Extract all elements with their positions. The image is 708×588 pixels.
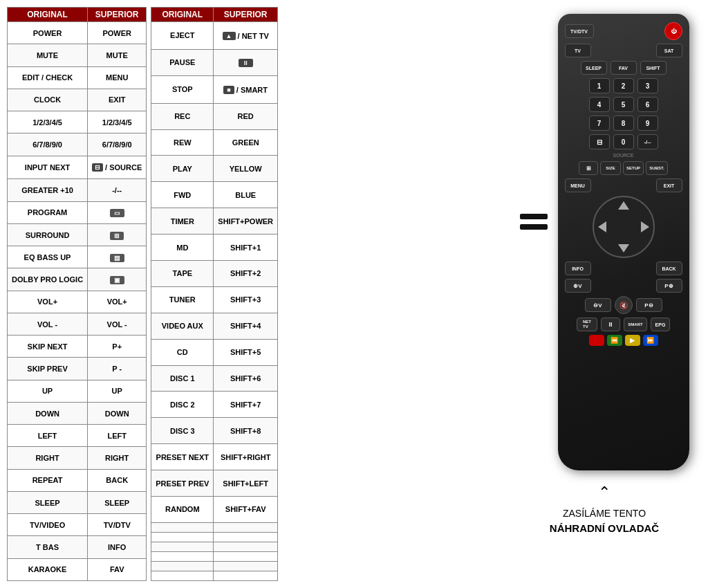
mute-button[interactable]: 🔇 (615, 296, 633, 314)
info-button[interactable]: INFO (565, 261, 591, 275)
table-row (214, 542, 278, 551)
play-button[interactable]: ▶ (625, 335, 640, 346)
table-row: P - (88, 358, 147, 380)
table-row: SHIFT+1 (214, 235, 278, 261)
table-row: DOWN (8, 402, 88, 424)
table-row: MD (151, 235, 214, 261)
exit-button[interactable]: EXIT (656, 178, 682, 192)
rewind-button[interactable]: ⏪ (607, 335, 622, 346)
pause-button[interactable]: II (601, 318, 620, 331)
table-row: EJECT (151, 22, 214, 50)
dash-button[interactable]: -/-- (637, 134, 658, 149)
table-row: SHIFT+3 (214, 286, 278, 313)
back-button[interactable]: BACK (656, 261, 682, 275)
table-row: DISC 1 (151, 365, 214, 392)
table-row: ▭ (88, 201, 147, 223)
num-6-button[interactable]: 6 (637, 97, 658, 112)
table-row: MENU (88, 66, 147, 89)
vol-down-button[interactable]: ⊖V (585, 298, 611, 312)
table-row: TUNER (151, 286, 214, 313)
table-row (151, 561, 214, 571)
tables-section: ORIGINAL SUPERIOR POWERPOWERMUTEMUTEEDIT… (7, 7, 501, 581)
arrow-icon: ⌃ (550, 481, 659, 504)
source-icon-btn1[interactable]: ⊞ (579, 161, 598, 175)
menu-button[interactable]: MENU (565, 178, 591, 192)
table-row: DISC 2 (151, 392, 214, 418)
power-button[interactable]: ⏻ (664, 22, 682, 40)
table-row: PROGRAM (8, 201, 88, 223)
table-row: ■ / SMART (214, 75, 278, 103)
p-plus-button[interactable]: P⊕ (656, 279, 682, 293)
table-row: REPEAT (8, 469, 88, 491)
table-row: CD (151, 339, 214, 365)
num-9-button[interactable]: 9 (637, 116, 658, 131)
table-row: TAPE (151, 261, 214, 287)
table-row: RIGHT (88, 447, 147, 469)
forward-button[interactable]: ⏩ (643, 335, 658, 346)
table-row: INPUT NEXT (8, 156, 88, 179)
num-8-button[interactable]: 8 (613, 116, 634, 131)
table-row (151, 532, 214, 542)
num-7-button[interactable]: 7 (589, 116, 610, 131)
table-row: SKIP NEXT (8, 336, 88, 358)
size-button[interactable]: SIZE (600, 161, 621, 175)
dpad-left-button[interactable] (598, 221, 606, 232)
table-row: PAUSE (151, 49, 214, 75)
shift-button[interactable]: SHIFT (640, 61, 667, 75)
table-row: TV/VIDEO (8, 514, 88, 536)
table-row: EXIT (88, 89, 147, 111)
bottom-line2: NÁHRADNÍ OVLADAČ (550, 522, 659, 534)
smart-button[interactable]: SMART (624, 318, 647, 331)
num-0-button[interactable]: 0 (613, 134, 634, 149)
table-row: SHIFT+4 (214, 313, 278, 339)
sleep-button[interactable]: SLEEP (581, 61, 607, 75)
dpad-up-button[interactable] (618, 201, 629, 210)
special-btn[interactable]: ⊟ (589, 134, 610, 149)
table-row: SKIP PREV (8, 358, 88, 380)
table-row: SHIFT+2 (214, 261, 278, 287)
equals-symbol (520, 214, 548, 230)
table-row: LEFT (88, 425, 147, 447)
vol-up-button[interactable]: ⊕V (565, 279, 591, 293)
bottom-line1: ZASÍLÁME TENTO (563, 508, 646, 519)
table-row: DOLBY PRO LOGIC (8, 268, 88, 291)
fav-button[interactable]: FAV (611, 61, 637, 75)
table-row: SHIFT+FAV (214, 497, 278, 523)
table-row: STOP (151, 75, 214, 103)
red-color-button[interactable] (589, 335, 604, 346)
table-row: VOL - (8, 313, 88, 335)
table-row: ▣ (88, 268, 147, 291)
epg-button[interactable]: EPG (651, 318, 670, 331)
num-1-button[interactable]: 1 (589, 78, 610, 93)
table-row: II (214, 49, 278, 75)
table-row: UP (8, 380, 88, 402)
table-row: RANDOM (151, 497, 214, 523)
table-row: EQ BASS UP (8, 246, 88, 268)
table-row: 6/7/8/9/0 (8, 134, 88, 156)
p-minus-button[interactable]: P⊖ (636, 298, 662, 312)
subst-button[interactable]: SUBST. (646, 161, 668, 175)
table1-header-original: ORIGINAL (8, 8, 88, 22)
table-row: TIMER (151, 208, 214, 235)
table-row: BLUE (214, 182, 278, 208)
table-row: ▲ / NET TV (214, 22, 278, 50)
num-5-button[interactable]: 5 (613, 97, 634, 112)
setup-button[interactable]: SETUP (623, 161, 644, 175)
sat-button[interactable]: SAT (656, 44, 682, 57)
dpad-right-button[interactable] (641, 221, 649, 232)
tv-button[interactable]: TV (565, 44, 591, 57)
table-row: VIDEO AUX (151, 313, 214, 339)
table-row (214, 532, 278, 542)
tvdtv-button[interactable]: TV/DTV (565, 24, 594, 38)
table-row: SHIFT+6 (214, 365, 278, 392)
table-row: RIGHT (8, 447, 88, 469)
net-tv-button[interactable]: NETTV (577, 318, 597, 331)
table-row: BACK (88, 469, 147, 491)
table-row (151, 542, 214, 551)
num-3-button[interactable]: 3 (637, 78, 658, 93)
table-row: SLEEP (88, 491, 147, 513)
dpad-down-button[interactable] (618, 244, 629, 252)
num-2-button[interactable]: 2 (613, 78, 634, 93)
table-row: PRESET PREV (151, 470, 214, 497)
num-4-button[interactable]: 4 (589, 97, 610, 112)
